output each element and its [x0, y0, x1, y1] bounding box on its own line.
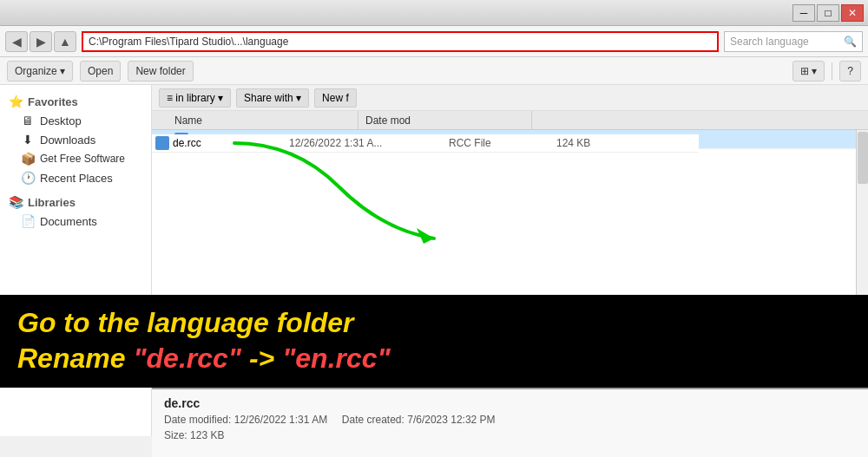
search-icon: 🔍	[844, 36, 857, 48]
sidebar-libraries[interactable]: 📚 Libraries	[3, 193, 148, 212]
documents-icon: 📄	[21, 214, 35, 228]
de-rcc-size: 124 KB	[556, 137, 626, 149]
share-with-button[interactable]: Share with ▾	[236, 88, 309, 108]
star-icon: ⭐	[9, 95, 23, 108]
close-button[interactable]: ✕	[841, 4, 864, 22]
sidebar-recent-places[interactable]: 🕐 Recent Places	[3, 168, 148, 187]
bottom-file-details: Date modified: 12/26/2022 1:31 AM Date c…	[164, 412, 856, 443]
address-box[interactable]: C:\Program Files\Tipard Studio\...\langu…	[82, 31, 719, 52]
inst-rename-label: Rename	[17, 343, 133, 374]
date-modified-label: Date modified:	[164, 414, 231, 426]
favorites-section: ⭐ Favorites 🖥 Desktop ⬇ Downloads 📦 Get …	[3, 92, 148, 187]
address-bar-area: ◀ ▶ ▲ C:\Program Files\Tipard Studio\...…	[0, 26, 868, 57]
date-created-value: 7/6/2023 12:32 PM	[407, 414, 495, 426]
library-icon: 📚	[9, 195, 23, 209]
instruction-line-2: Rename "de.rcc" -> "en.rcc"	[17, 341, 851, 377]
nav-buttons: ◀ ▶ ▲	[5, 31, 76, 52]
size-label: Size:	[164, 429, 187, 441]
instruction-line-1: Go to the language folder	[17, 305, 851, 342]
help-button[interactable]: ?	[839, 61, 861, 82]
downloads-icon: ⬇	[21, 133, 35, 147]
title-bar: ─ □ ✕	[0, 0, 868, 26]
inst-arrow: ->	[241, 343, 282, 374]
libraries-section: 📚 Libraries 📄 Documents	[3, 193, 148, 231]
de-rcc-name: de.rcc	[173, 137, 286, 149]
scrollbar-thumb[interactable]	[858, 132, 868, 184]
bottom-file-name: de.rcc	[164, 396, 856, 410]
maximize-button[interactable]: □	[817, 4, 839, 22]
inst-de-rcc: "de.rcc"	[133, 343, 241, 374]
inst-en-rcc: "en.rcc"	[282, 343, 391, 374]
de-rcc-date: 12/26/2022 1:31 A...	[289, 137, 445, 149]
sidebar-favorites[interactable]: ⭐ Favorites	[3, 92, 148, 111]
forward-button[interactable]: ▶	[30, 31, 52, 52]
organize-button[interactable]: Organize ▾	[7, 61, 73, 82]
new-folder-file-button[interactable]: New f	[314, 88, 357, 108]
new-folder-button[interactable]: New folder	[128, 61, 193, 82]
main-toolbar: Organize ▾ Open New folder ⊞ ▾ ?	[0, 57, 868, 85]
software-icon: 📦	[21, 152, 35, 166]
date-modified-value: 12/26/2022 1:31 AM	[234, 414, 327, 426]
file-toolbar: ≡ in library ▾ Share with ▾ New f	[152, 85, 868, 111]
date-created-label: Date created:	[342, 414, 404, 426]
de-rcc-row[interactable]: de.rcc 12/26/2022 1:31 A... RCC File 124…	[152, 134, 699, 153]
address-path: C:\Program Files\Tipard Studio\...\langu…	[89, 36, 288, 48]
sidebar-downloads[interactable]: ⬇ Downloads	[3, 130, 148, 149]
size-value: 123 KB	[190, 429, 224, 441]
desktop-icon: 🖥	[21, 114, 35, 127]
up-button[interactable]: ▲	[54, 31, 76, 52]
col-name[interactable]: Name	[168, 111, 358, 129]
minimize-button[interactable]: ─	[792, 4, 815, 22]
open-button[interactable]: Open	[80, 61, 121, 82]
sidebar-documents[interactable]: 📄 Documents	[3, 212, 148, 231]
sidebar-desktop[interactable]: 🖥 Desktop	[3, 111, 148, 130]
views-button[interactable]: ⊞ ▾	[792, 61, 825, 82]
bottom-panel: de.rcc Date modified: 12/26/2022 1:31 AM…	[152, 388, 868, 457]
inst-line1-text: Go to the language folder	[17, 307, 354, 338]
back-button[interactable]: ◀	[5, 31, 28, 52]
search-placeholder: Search language	[730, 36, 809, 48]
file-list-header: Name Date mod	[152, 111, 868, 130]
de-rcc-icon	[155, 136, 169, 150]
col-date[interactable]: Date mod	[358, 111, 532, 129]
recent-icon: 🕐	[21, 171, 35, 185]
search-box[interactable]: Search language 🔍	[724, 31, 863, 52]
explorer-window: Softopaz screenshot by Screenshot by	[0, 0, 868, 457]
sidebar-get-free-software[interactable]: 📦 Get Free Software	[3, 149, 148, 168]
de-rcc-type: RCC File	[449, 137, 553, 149]
include-library-button[interactable]: ≡ in library ▾	[159, 88, 231, 108]
instruction-banner: Go to the language folder Rename "de.rcc…	[0, 295, 868, 388]
title-bar-buttons: ─ □ ✕	[792, 4, 864, 22]
